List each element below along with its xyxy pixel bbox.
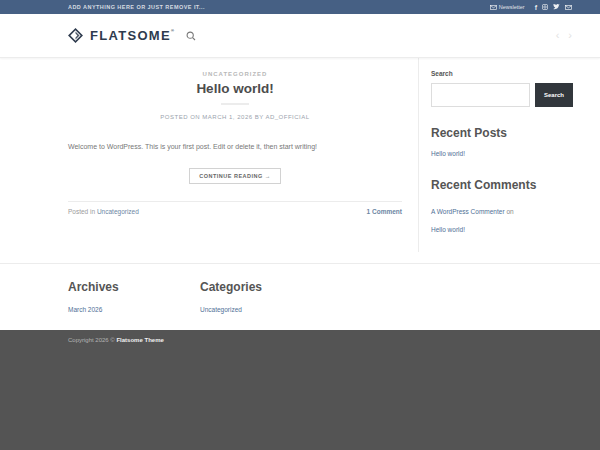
topbar-message: ADD ANYTHING HERE OR JUST REMOVE IT... [68, 4, 205, 10]
commented-post-link[interactable]: Hello world! [431, 226, 465, 233]
email-icon[interactable] [565, 5, 572, 10]
logo-text: FLATSOME® [90, 28, 175, 43]
site-footer: Copyright 2026 © Flatsome Theme [0, 330, 600, 450]
archives-widget: Archives March 2026 [68, 280, 200, 330]
twitter-icon[interactable] [553, 4, 560, 10]
social-links: f [535, 4, 572, 11]
registered-mark: ® [171, 28, 175, 33]
footer-widgets: Archives March 2026 Categories Uncategor… [0, 263, 600, 330]
post-title[interactable]: Hello world! [68, 81, 402, 96]
search-form: Search [431, 83, 573, 107]
comment-count-link[interactable]: 1 Comment [367, 208, 402, 215]
top-bar: ADD ANYTHING HERE OR JUST REMOVE IT... N… [0, 0, 600, 14]
sidebar: Search Search Recent Posts Hello world! … [418, 58, 573, 252]
comment-on-word: on [505, 208, 514, 215]
newsletter-label: Newsletter [499, 4, 525, 10]
post-category-label[interactable]: UNCATEGORIZED [68, 71, 402, 77]
header-search-toggle[interactable] [186, 31, 196, 41]
category-link[interactable]: Uncategorized [200, 304, 332, 315]
chevron-left-icon[interactable]: ‹ [556, 30, 560, 41]
instagram-icon[interactable] [542, 4, 548, 10]
continue-reading-button[interactable]: CONTINUE READING → [189, 168, 281, 184]
site-header: FLATSOME® ‹ › [0, 14, 600, 58]
post-header: UNCATEGORIZED Hello world! POSTED ON MAR… [68, 58, 402, 120]
blog-post: UNCATEGORIZED Hello world! POSTED ON MAR… [68, 58, 418, 252]
continue-reading-wrap: CONTINUE READING → [68, 164, 402, 184]
commenter-link[interactable]: A WordPress Commenter [431, 208, 505, 215]
posted-in: Posted in Uncategorized [68, 208, 139, 215]
topbar-right: Newsletter f [490, 4, 572, 11]
main-content: UNCATEGORIZED Hello world! POSTED ON MAR… [0, 58, 600, 252]
recent-comment-item: A WordPress Commenter on Hello world! [431, 200, 573, 236]
search-icon [186, 31, 196, 41]
categories-title: Categories [200, 280, 332, 294]
posted-in-category-link[interactable]: Uncategorized [97, 208, 139, 215]
diamond-logo-icon [66, 26, 85, 45]
copyright-text: Copyright 2026 © Flatsome Theme [68, 337, 573, 343]
header-arrows: ‹ › [556, 30, 572, 41]
chevron-right-icon[interactable]: › [568, 30, 572, 41]
post-excerpt: Welcome to WordPress. This is your first… [68, 142, 402, 153]
title-divider [221, 103, 249, 105]
facebook-icon[interactable]: f [535, 4, 537, 11]
recent-comments-title: Recent Comments [431, 178, 573, 192]
search-input[interactable] [431, 83, 530, 107]
copyright-brand: Flatsome Theme [116, 337, 163, 343]
post-meta: POSTED ON MARCH 1, 2026 BY AD_OFFICIAL [68, 114, 402, 120]
categories-widget: Categories Uncategorized [200, 280, 332, 330]
search-button[interactable]: Search [535, 83, 573, 107]
archives-title: Archives [68, 280, 200, 294]
post-footer: Posted in Uncategorized 1 Comment [68, 201, 402, 215]
archive-month-link[interactable]: March 2026 [68, 304, 200, 315]
envelope-icon [490, 5, 499, 10]
recent-post-link[interactable]: Hello world! [431, 148, 573, 159]
search-widget-title: Search [431, 70, 573, 77]
newsletter-link[interactable]: Newsletter [490, 4, 525, 10]
site-logo[interactable]: FLATSOME® [66, 26, 175, 45]
recent-posts-title: Recent Posts [431, 126, 573, 140]
